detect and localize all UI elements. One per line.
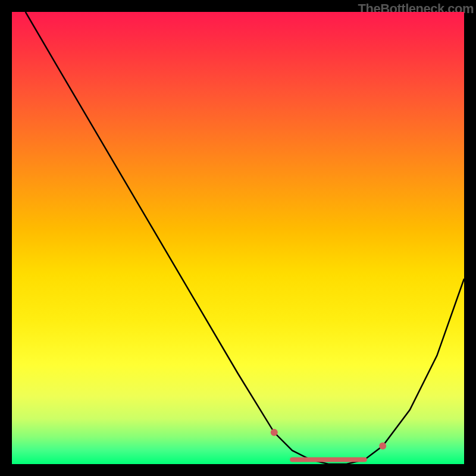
optimal-range-end-dot	[379, 443, 386, 450]
chart-svg	[12, 12, 464, 464]
chart-container: TheBottleneck.com	[0, 0, 476, 476]
bottleneck-curve	[26, 12, 464, 464]
optimal-range-start-dot	[271, 429, 278, 436]
plot-area	[12, 12, 464, 464]
